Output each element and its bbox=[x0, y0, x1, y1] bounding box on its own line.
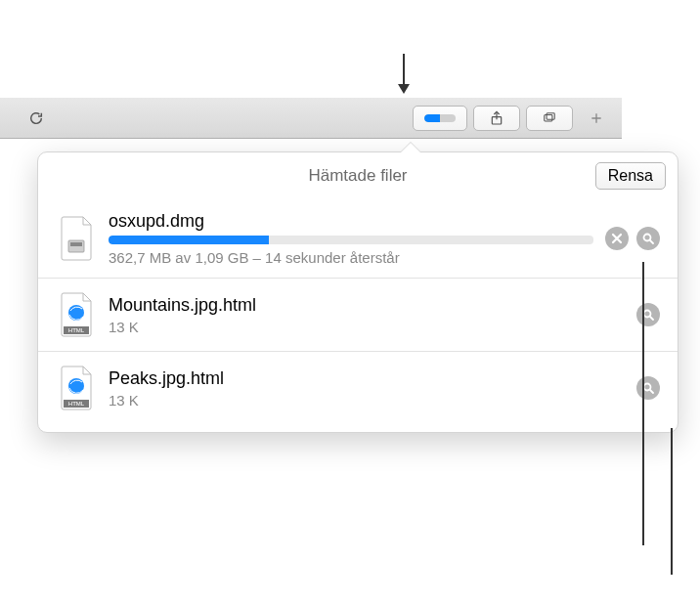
svg-rect-2 bbox=[547, 112, 554, 118]
reveal-in-finder-button[interactable] bbox=[636, 303, 660, 326]
plus-icon bbox=[589, 110, 604, 126]
download-info: osxupd.dmg362,7 MB av 1,09 GB – 14 sekun… bbox=[109, 211, 593, 266]
magnifier-icon bbox=[642, 233, 654, 244]
download-info: Mountains.jpg.html13 K bbox=[109, 295, 625, 335]
file-name: Peaks.jpg.html bbox=[109, 368, 625, 389]
download-actions bbox=[605, 227, 660, 250]
download-item: Peaks.jpg.html13 K bbox=[38, 351, 678, 424]
tabs-icon bbox=[541, 111, 558, 125]
dmg-file-icon bbox=[56, 214, 97, 263]
reload-button[interactable] bbox=[20, 106, 53, 131]
reveal-in-finder-button[interactable] bbox=[636, 227, 660, 250]
popover-header: Hämtade filer Rensa bbox=[38, 152, 678, 199]
reveal-in-finder-button[interactable] bbox=[636, 376, 660, 400]
share-icon bbox=[489, 110, 504, 126]
downloads-button[interactable] bbox=[413, 106, 467, 131]
file-name: osxupd.dmg bbox=[109, 211, 593, 232]
progress-bar bbox=[109, 236, 593, 244]
share-button[interactable] bbox=[473, 106, 520, 131]
downloads-popover: Hämtade filer Rensa osxupd.dmg362,7 MB a… bbox=[37, 151, 678, 433]
progress-fill bbox=[109, 236, 269, 244]
browser-toolbar bbox=[0, 98, 622, 139]
file-meta: 13 K bbox=[109, 392, 625, 409]
new-tab-button[interactable] bbox=[579, 106, 614, 131]
download-actions bbox=[636, 376, 660, 400]
html-file-icon bbox=[56, 290, 97, 339]
close-icon bbox=[611, 233, 623, 244]
tabs-button[interactable] bbox=[526, 106, 573, 131]
svg-rect-1 bbox=[545, 114, 552, 120]
download-info: Peaks.jpg.html13 K bbox=[109, 368, 625, 409]
html-file-icon bbox=[56, 364, 97, 412]
file-meta: 13 K bbox=[109, 319, 625, 335]
file-meta: 362,7 MB av 1,09 GB – 14 sekunder återst… bbox=[109, 249, 593, 266]
clear-button[interactable]: Rensa bbox=[595, 162, 666, 190]
download-list: osxupd.dmg362,7 MB av 1,09 GB – 14 sekun… bbox=[38, 199, 678, 432]
callout-line bbox=[671, 428, 673, 575]
callout-arrow-icon bbox=[398, 84, 410, 94]
popover-title: Hämtade filer bbox=[308, 166, 407, 186]
download-item: Mountains.jpg.html13 K bbox=[38, 278, 678, 351]
cancel-download-button[interactable] bbox=[605, 227, 629, 250]
file-name: Mountains.jpg.html bbox=[109, 295, 625, 316]
download-item: osxupd.dmg362,7 MB av 1,09 GB – 14 sekun… bbox=[38, 199, 678, 278]
reload-icon bbox=[28, 110, 44, 126]
download-actions bbox=[636, 303, 660, 326]
callout-line bbox=[642, 262, 644, 545]
callout-line bbox=[403, 54, 405, 88]
downloads-progress-icon bbox=[424, 114, 456, 122]
